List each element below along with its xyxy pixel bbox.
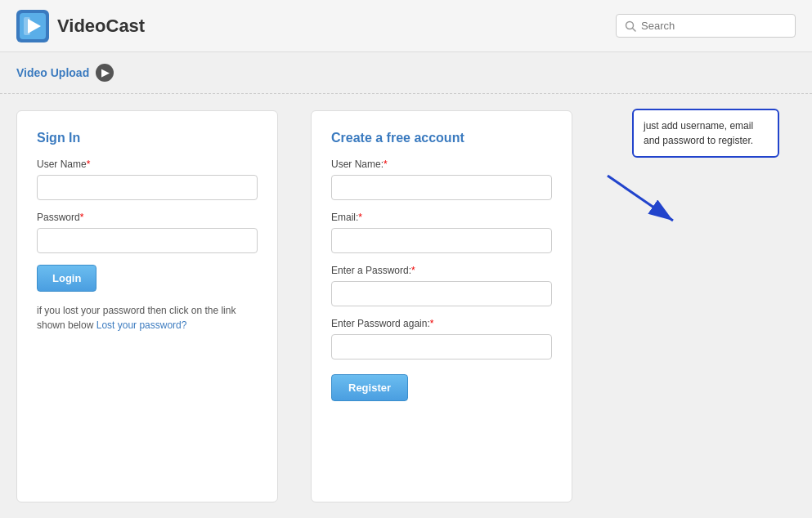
- svg-line-7: [608, 176, 673, 221]
- register-email-input[interactable]: [331, 228, 552, 253]
- breadcrumb-arrow-icon: ▶: [96, 64, 114, 82]
- register-confirm-label: Enter Password again:*: [331, 318, 552, 329]
- logo-area: VideoCast: [16, 10, 145, 42]
- search-icon: [625, 20, 636, 32]
- signin-username-label: User Name*: [37, 159, 258, 170]
- tooltip-box: just add username, email and password to…: [632, 109, 779, 158]
- breadcrumb-bar: Video Upload ▶: [0, 52, 812, 94]
- register-card: Create a free account User Name:* Email:…: [311, 110, 572, 502]
- logo-text: VideoCast: [57, 16, 145, 37]
- forgot-password-text: if you lost your password then click on …: [37, 303, 258, 333]
- register-password-input[interactable]: [331, 281, 552, 306]
- signin-password-input[interactable]: [37, 228, 258, 253]
- search-input[interactable]: [641, 20, 787, 32]
- videocast-logo-icon: [16, 10, 49, 42]
- register-title: Create a free account: [331, 131, 552, 145]
- signin-card: Sign In User Name* Password* Login if yo…: [16, 110, 278, 502]
- svg-rect-3: [24, 17, 30, 35]
- register-username-label: User Name:*: [331, 159, 552, 170]
- forgot-password-link[interactable]: Lost your password?: [96, 319, 187, 331]
- register-confirm-input[interactable]: [331, 334, 552, 359]
- search-box[interactable]: [616, 14, 796, 38]
- register-password-label: Enter a Password:*: [331, 265, 552, 276]
- main-content: Sign In User Name* Password* Login if yo…: [0, 94, 812, 518]
- register-button[interactable]: Register: [331, 374, 408, 401]
- signin-title: Sign In: [37, 131, 258, 145]
- svg-line-5: [633, 28, 636, 31]
- signin-username-input[interactable]: [37, 175, 258, 200]
- register-email-label: Email:*: [331, 212, 552, 223]
- header: VideoCast: [0, 0, 812, 52]
- signin-password-label: Password*: [37, 212, 258, 223]
- tooltip-text: just add username, email and password to…: [644, 120, 753, 146]
- breadcrumb-label: Video Upload: [16, 66, 89, 79]
- tooltip-arrow-icon: [599, 167, 698, 233]
- login-button[interactable]: Login: [37, 265, 96, 292]
- register-username-input[interactable]: [331, 175, 552, 200]
